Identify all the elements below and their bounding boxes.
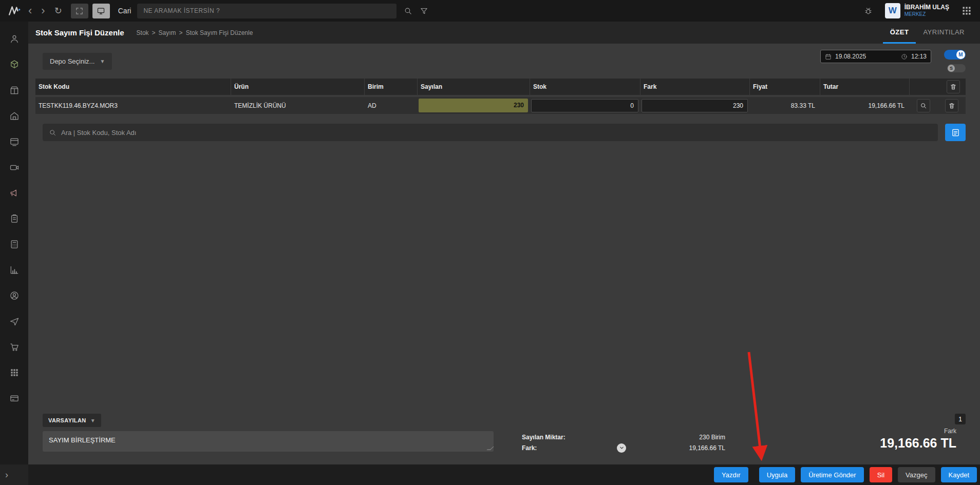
stock-search-input[interactable] xyxy=(61,129,932,137)
stock-list-button[interactable] xyxy=(945,124,966,141)
chevron-down-icon: ▼ xyxy=(90,418,96,423)
sidebar-item-campaigns[interactable] xyxy=(5,184,24,202)
column-header[interactable]: Birim xyxy=(365,79,418,95)
row-delete-button[interactable] xyxy=(945,99,958,112)
sidebar-item-pos[interactable] xyxy=(5,132,24,151)
sidebar-item-profile[interactable] xyxy=(5,30,24,48)
fullscreen-icon xyxy=(75,7,84,15)
page-title: Stok Sayım Fişi Düzenle xyxy=(35,28,124,37)
fullscreen-button[interactable] xyxy=(71,4,88,18)
sidebar-item-reports[interactable] xyxy=(5,261,24,279)
document-time: 12:13 xyxy=(911,53,927,60)
vazgec-button[interactable]: Vazgeç xyxy=(898,467,935,482)
trash-icon xyxy=(948,102,955,109)
warehouse-select-dropdown[interactable]: Depo Seçiniz... ▼ xyxy=(43,53,112,70)
sidebar-item-warehouse[interactable] xyxy=(5,107,24,125)
expand-totals-button[interactable] xyxy=(617,443,626,453)
table-header: Stok Kodu Ürün Birim Sayılan Stok Fark F… xyxy=(35,79,966,95)
clock-icon xyxy=(901,53,908,60)
camera-icon xyxy=(9,162,20,172)
cell-birim: AD xyxy=(365,97,418,114)
global-search-input[interactable] xyxy=(137,4,397,18)
search-icon[interactable] xyxy=(404,7,412,15)
warehouse-icon xyxy=(9,111,20,121)
magnifier-icon xyxy=(920,102,927,109)
column-header[interactable]: Sayılan xyxy=(418,79,530,95)
sayilan-input[interactable]: 230 xyxy=(419,99,528,112)
sidebar-nav: › xyxy=(0,22,28,485)
user-branch: MERKEZ xyxy=(904,11,949,17)
toggle-s[interactable]: S xyxy=(947,64,966,72)
fark-input[interactable]: 230 xyxy=(642,99,748,112)
row-detail-button[interactable] xyxy=(917,99,930,112)
fark-value: 19,166.66 TL xyxy=(689,444,725,452)
sidebar-item-accounting[interactable] xyxy=(5,235,24,254)
nav-back-icon[interactable]: ‹ xyxy=(24,4,36,18)
cell-fiyat: 83.33 TL xyxy=(750,97,820,114)
table-row[interactable]: TESTKK119.46.BYZ4.MOR3 TEMİZLİK ÜRÜNÜ AD… xyxy=(35,97,966,114)
page-header: Stok Sayım Fişi Düzenle Stok > Sayım > S… xyxy=(28,22,980,44)
toggle-m[interactable]: M xyxy=(944,50,966,60)
action-bar: Yazdır Uygula Üretime Gönder Sil Vazgeç … xyxy=(28,464,980,485)
app-logo-icon[interactable] xyxy=(6,4,24,18)
view-tabs: ÖZET AYRINTILAR xyxy=(883,22,972,44)
tab-ayrintilar[interactable]: AYRINTILAR xyxy=(916,22,972,44)
column-header[interactable]: Fiyat xyxy=(750,79,820,95)
column-header[interactable]: Stok xyxy=(530,79,640,95)
user-avatar[interactable]: W xyxy=(885,3,900,18)
debug-bug-icon[interactable] xyxy=(864,7,873,15)
app-screen: ‹ › ↻ Cari W İBRAHİM ULAŞ MERKEZ Sto xyxy=(0,0,980,485)
top-bar: ‹ › ↻ Cari W İBRAHİM ULAŞ MERKEZ xyxy=(0,0,980,22)
grand-total-value: 19,166.66 TL xyxy=(880,436,956,451)
display-mode-button[interactable] xyxy=(92,4,110,18)
sil-button[interactable]: Sil xyxy=(870,467,892,482)
column-header[interactable]: Fark xyxy=(640,79,750,95)
note-textarea[interactable]: SAYIM BİRLEŞTİRME xyxy=(43,431,494,452)
sidebar-item-apps[interactable] xyxy=(5,363,24,382)
sayilan-miktar-value: 230 Birim xyxy=(699,434,725,441)
sidebar-item-orders[interactable] xyxy=(5,209,24,228)
sidebar-expand-button[interactable]: › xyxy=(0,464,28,485)
tab-ozet[interactable]: ÖZET xyxy=(883,22,916,44)
breadcrumb-item[interactable]: Stok xyxy=(137,29,149,36)
sidebar-item-purchasing[interactable] xyxy=(5,338,24,356)
kaydet-button[interactable]: Kaydet xyxy=(941,467,977,482)
chart-icon xyxy=(9,265,20,275)
document-datetime-field[interactable]: 19.08.2025 12:13 xyxy=(820,50,931,63)
breadcrumb-separator: > xyxy=(152,29,156,36)
chevron-down-icon: ▼ xyxy=(100,59,105,64)
apps-menu-icon[interactable] xyxy=(962,6,972,16)
user-info[interactable]: İBRAHİM ULAŞ MERKEZ xyxy=(904,4,949,17)
warehouse-select-label: Depo Seçiniz... xyxy=(50,57,95,65)
column-header[interactable]: Stok Kodu xyxy=(35,79,231,95)
column-header[interactable]: Ürün xyxy=(231,79,365,95)
person-icon xyxy=(9,34,20,44)
main-content: Depo Seçiniz... ▼ 19.08.2025 12:13 M S S… xyxy=(28,44,980,464)
uygula-button[interactable]: Uygula xyxy=(759,467,795,482)
cell-stok: 0 xyxy=(530,97,640,114)
sidebar-item-customers[interactable] xyxy=(5,286,24,305)
filter-icon[interactable] xyxy=(420,7,428,15)
sayilan-miktar-label: Sayılan Miktar: xyxy=(522,434,566,441)
breadcrumb-separator: > xyxy=(179,29,183,36)
cell-sayilan: 230 xyxy=(418,97,530,114)
sidebar-item-camera[interactable] xyxy=(5,158,24,177)
breadcrumb-item[interactable]: Sayım xyxy=(159,29,176,36)
sidebar-item-products[interactable] xyxy=(5,55,24,74)
delete-all-rows-button[interactable] xyxy=(947,80,960,93)
uretime-gonder-button[interactable]: Üretime Gönder xyxy=(801,467,863,482)
refresh-icon[interactable]: ↻ xyxy=(50,5,67,16)
stok-input[interactable]: 0 xyxy=(531,99,638,112)
sidebar-item-shipping[interactable] xyxy=(5,312,24,331)
preset-dropdown[interactable]: VARSAYILAN ▼ xyxy=(43,414,101,427)
sidebar-item-inventory[interactable] xyxy=(5,81,24,100)
cell-fark: 230 xyxy=(640,97,750,114)
paper-plane-icon xyxy=(9,316,20,326)
column-header[interactable]: Tutar xyxy=(820,79,910,95)
nav-forward-icon[interactable]: › xyxy=(36,4,49,18)
yazdir-button[interactable]: Yazdır xyxy=(714,467,748,482)
cari-button[interactable]: Cari xyxy=(118,7,131,15)
screen-icon xyxy=(9,137,20,147)
calendar-icon xyxy=(825,53,832,60)
sidebar-item-payments[interactable] xyxy=(5,389,24,408)
